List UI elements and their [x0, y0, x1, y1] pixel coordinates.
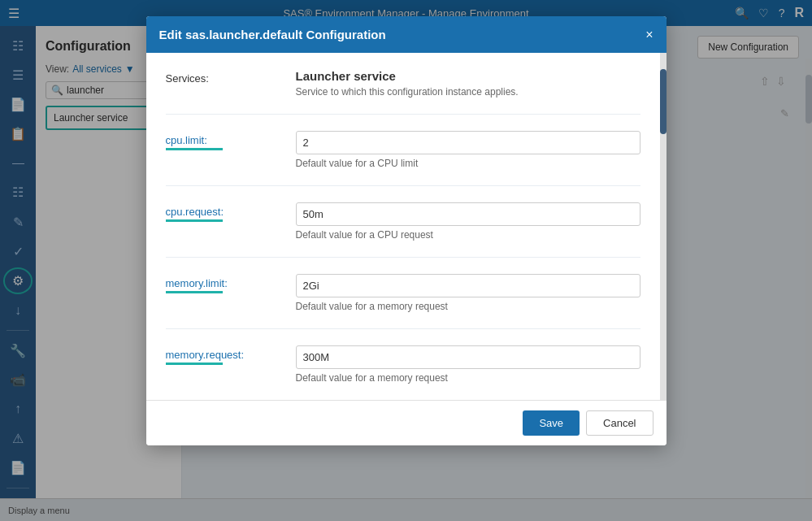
cpu-request-right: Default value for a CPU request: [296, 202, 640, 241]
cpu-limit-label: cpu.limit:: [166, 131, 280, 150]
memory-request-right: Default value for a memory request: [296, 345, 640, 384]
memory-request-modified-bar: [166, 363, 223, 365]
modal-scrollbar-thumb: [660, 69, 667, 134]
modal-title: Edit sas.launcher.default Configuration: [159, 28, 386, 41]
memory-request-label: memory.request:: [166, 345, 280, 365]
memory-limit-section: memory.limit: Default value for a memory…: [166, 258, 640, 329]
services-label: Services:: [166, 69, 280, 85]
memory-limit-input[interactable]: [296, 274, 640, 297]
memory-request-desc: Default value for a memory request: [296, 372, 640, 384]
memory-limit-row: memory.limit: Default value for a memory…: [166, 274, 640, 312]
memory-limit-desc: Default value for a memory request: [296, 301, 640, 312]
cpu-limit-input[interactable]: [296, 131, 640, 154]
cpu-request-section: cpu.request: Default value for a CPU req…: [166, 186, 640, 258]
cpu-limit-desc: Default value for a CPU limit: [296, 158, 640, 169]
service-name: Launcher service: [296, 69, 640, 83]
memory-limit-right: Default value for a memory request: [296, 274, 640, 312]
services-row: Services: Launcher service Service to wh…: [166, 69, 640, 98]
cpu-request-label: cpu.request:: [166, 202, 280, 222]
memory-limit-label: memory.limit:: [166, 274, 280, 293]
cpu-request-modified-bar: [166, 219, 223, 222]
modal-scrollbar-track: [660, 53, 667, 400]
memory-request-section: memory.request: Default value for a memo…: [166, 329, 640, 400]
cpu-request-input[interactable]: [296, 202, 640, 226]
edit-config-modal: Edit sas.launcher.default Configuration …: [146, 16, 667, 445]
services-value: Launcher service Service to which this c…: [296, 69, 640, 98]
service-desc: Service to which this configuration inst…: [296, 86, 640, 98]
modal-close-button[interactable]: ×: [645, 28, 653, 41]
save-button[interactable]: Save: [523, 410, 580, 436]
memory-request-input[interactable]: [296, 345, 640, 369]
modal-header: Edit sas.launcher.default Configuration …: [146, 16, 667, 53]
modal-footer: Save Cancel: [146, 400, 667, 445]
cpu-limit-row: cpu.limit: Default value for a CPU limit: [166, 131, 640, 169]
modal-body: Services: Launcher service Service to wh…: [146, 53, 667, 400]
cpu-limit-modified-bar: [166, 148, 223, 150]
memory-limit-modified-bar: [166, 291, 223, 293]
cpu-request-row: cpu.request: Default value for a CPU req…: [166, 202, 640, 241]
cpu-limit-section: cpu.limit: Default value for a CPU limit: [166, 115, 640, 186]
services-section: Services: Launcher service Service to wh…: [166, 53, 640, 115]
cancel-button[interactable]: Cancel: [586, 410, 653, 436]
modal-overlay: Edit sas.launcher.default Configuration …: [0, 0, 812, 521]
modal-scroll-content: Services: Launcher service Service to wh…: [146, 53, 660, 400]
cpu-request-desc: Default value for a CPU request: [296, 229, 640, 241]
memory-request-row: memory.request: Default value for a memo…: [166, 345, 640, 384]
main-layout: ☷ ☰ 📄 📋 ⸻ ☷ ✎ ✓ ⚙ ↓ 🔧 📹 ↑ ⚠ 📄 ☷ Configur…: [0, 26, 812, 521]
cpu-limit-right: Default value for a CPU limit: [296, 131, 640, 169]
